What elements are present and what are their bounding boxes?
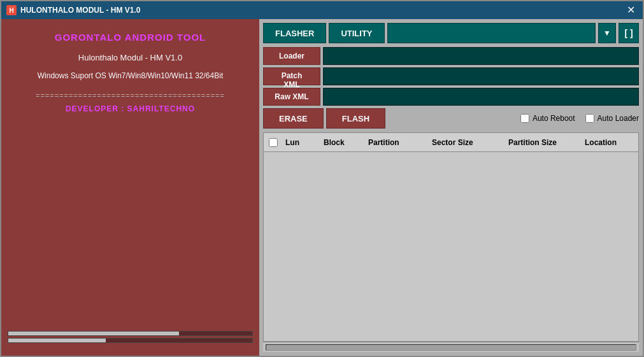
window-title: HULONTHALO MODUL - HM V1.0 bbox=[20, 6, 140, 15]
loader-row: Loader bbox=[263, 47, 639, 65]
loader-input[interactable] bbox=[323, 47, 639, 65]
col-partition: Partition bbox=[366, 138, 429, 147]
table-header: Lun Block Partition Sector Size Partitio… bbox=[264, 133, 638, 152]
auto-loader-text: Auto Loader bbox=[597, 114, 639, 123]
app-icon: H bbox=[6, 5, 17, 15]
progress-bar-1 bbox=[8, 331, 253, 336]
toolbar: FLASHER UTILITY ▼ [ ] bbox=[263, 23, 639, 43]
progress-fill-2 bbox=[8, 339, 106, 342]
left-panel: GORONTALO ANDROID TOOL Hulonthalo Modul … bbox=[1, 19, 259, 356]
flash-button[interactable]: FLASH bbox=[326, 108, 385, 129]
dropdown-arrow-icon[interactable]: ▼ bbox=[598, 23, 616, 43]
raw-xml-button[interactable]: Raw XML bbox=[263, 88, 320, 106]
left-bottom bbox=[8, 331, 253, 343]
header-checkbox-cell[interactable] bbox=[264, 138, 283, 147]
table-body bbox=[264, 152, 638, 341]
auto-reboot-text: Auto Reboot bbox=[533, 114, 575, 123]
utility-tab[interactable]: UTILITY bbox=[329, 23, 384, 43]
progress-fill-1 bbox=[8, 332, 179, 335]
auto-loader-label[interactable]: Auto Loader bbox=[585, 114, 639, 123]
auto-reboot-label[interactable]: Auto Reboot bbox=[520, 114, 575, 123]
patch-xml-button[interactable]: Patch XML bbox=[263, 67, 320, 85]
partition-table: Lun Block Partition Sector Size Partitio… bbox=[263, 132, 639, 342]
col-location: Location bbox=[582, 138, 638, 147]
auto-reboot-checkbox[interactable] bbox=[520, 114, 529, 123]
app-title: GORONTALO ANDROID TOOL bbox=[55, 32, 206, 43]
raw-xml-row: Raw XML bbox=[263, 88, 639, 106]
main-window: H HULONTHALO MODUL - HM V1.0 ✕ GORONTALO… bbox=[0, 0, 644, 357]
col-partition-size: Partition Size bbox=[506, 138, 582, 147]
auto-loader-checkbox[interactable] bbox=[585, 114, 594, 123]
close-button[interactable]: ✕ bbox=[624, 5, 638, 15]
window-body: GORONTALO ANDROID TOOL Hulonthalo Modul … bbox=[1, 19, 643, 356]
patch-xml-input[interactable] bbox=[323, 67, 639, 85]
app-compat: Windows Suport OS Win7/Win8/Win10/Win11 … bbox=[38, 71, 223, 80]
col-lun: Lun bbox=[283, 138, 321, 147]
action-row: ERASE FLASH Auto Reboot Auto Loader bbox=[263, 108, 639, 129]
patch-xml-row: Patch XML bbox=[263, 67, 639, 85]
app-subtitle: Hulonthalo Modul - HM V1.0 bbox=[78, 53, 182, 62]
title-bar: H HULONTHALO MODUL - HM V1.0 ✕ bbox=[1, 1, 643, 19]
checkbox-group: Auto Reboot Auto Loader bbox=[520, 114, 639, 123]
title-bar-left: H HULONTHALO MODUL - HM V1.0 bbox=[6, 5, 140, 15]
loader-button[interactable]: Loader bbox=[263, 47, 320, 65]
scrollbar-track[interactable] bbox=[266, 344, 636, 351]
flasher-tab[interactable]: FLASHER bbox=[263, 23, 326, 43]
divider-line: ======================================== bbox=[8, 92, 253, 99]
horizontal-scrollbar[interactable] bbox=[263, 342, 639, 352]
toolbar-dropdown[interactable] bbox=[387, 23, 596, 43]
col-block: Block bbox=[321, 138, 366, 147]
bracket-button[interactable]: [ ] bbox=[619, 23, 639, 43]
raw-xml-input[interactable] bbox=[323, 88, 639, 106]
erase-button[interactable]: ERASE bbox=[263, 108, 324, 129]
col-sector-size: Sector Size bbox=[429, 138, 506, 147]
select-all-checkbox[interactable] bbox=[269, 138, 278, 147]
developer-label: DEVELOPER : SAHRILTECHNO bbox=[66, 104, 195, 113]
progress-bar-2 bbox=[8, 338, 253, 343]
right-panel: FLASHER UTILITY ▼ [ ] Loader Patch XML R… bbox=[259, 19, 643, 356]
